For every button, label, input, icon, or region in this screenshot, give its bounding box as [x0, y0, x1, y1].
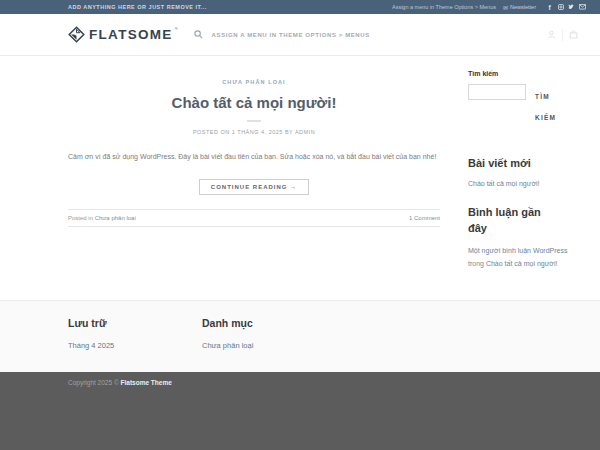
newsletter-link[interactable]: ✉ Newsletter [503, 4, 536, 11]
twitter-icon[interactable] [568, 4, 575, 11]
post-article: CHƯA PHÂN LOẠI Chào tất cả mọi người! PO… [68, 70, 440, 227]
posted-in-label: Posted in [68, 215, 95, 221]
archives-title: Lưu trữ [68, 317, 202, 329]
category-link[interactable]: Chưa phân loại [202, 341, 336, 350]
topbar-right: Assign a menu in Theme Options > Menus ✉… [392, 4, 586, 11]
recent-posts-title: Bài viết mới [468, 156, 572, 172]
search-icon[interactable] [194, 30, 203, 39]
copyright-brand: Flatsome Theme [121, 379, 172, 386]
title-divider [247, 120, 261, 122]
instagram-icon[interactable] [557, 4, 564, 11]
topbar: ADD ANYTHING HERE OR JUST REMOVE IT... A… [0, 0, 600, 14]
posted-in: Posted in Chưa phân loại [68, 215, 136, 221]
header-divider [562, 29, 563, 41]
categories-title: Danh mục [202, 317, 336, 329]
absolute-footer: Copyright 2025 © Flatsome Theme [0, 372, 600, 450]
facebook-icon[interactable]: f [546, 4, 553, 11]
cart-icon[interactable] [569, 30, 578, 39]
blog-column: CHƯA PHÂN LOẠI Chào tất cả mọi người! PO… [68, 70, 440, 300]
site-header: FLATSOME ® ASSIGN A MENU IN THEME OPTION… [0, 14, 600, 56]
categories-widget: Danh mục Chưa phân loại [202, 317, 336, 372]
continue-reading-button[interactable]: CONTINUE READING → [199, 179, 309, 195]
header-menu-placeholder[interactable]: ASSIGN A MENU IN THEME OPTIONS > MENUS [212, 32, 370, 38]
copyright-prefix: Copyright 2025 © [68, 379, 121, 386]
recent-comments-title: Bình luận gần đây [468, 205, 556, 237]
recent-posts-widget: Bài viết mới Chào tất cả mọi người! [468, 156, 572, 187]
post-excerpt: Cảm ơn vì đã sử dụng WordPress. Đây là b… [68, 151, 440, 163]
site-logo[interactable]: FLATSOME ® [68, 26, 178, 43]
topbar-message: ADD ANYTHING HERE OR JUST REMOVE IT... [68, 4, 207, 10]
comment-author-link[interactable]: Một người bình luận WordPress [468, 247, 567, 254]
post-title: Chào tất cả mọi người! [68, 94, 440, 111]
newsletter-label: Newsletter [510, 4, 536, 10]
archive-link[interactable]: Tháng 4 2025 [68, 341, 202, 350]
recent-comments-widget: Bình luận gần đây Một người bình luận Wo… [468, 205, 572, 271]
topbar-menu-link[interactable]: Assign a menu in Theme Options > Menus [392, 4, 496, 10]
search-input[interactable] [468, 84, 526, 100]
comment-post-link[interactable]: Chào tất cả mọi người! [486, 260, 558, 267]
comments-link[interactable]: 1 Comment [409, 215, 440, 221]
search-widget-title: Tìm kiếm [468, 70, 572, 77]
account-icon[interactable] [547, 30, 556, 39]
logo-text: FLATSOME [89, 26, 173, 43]
footer-widgets: Lưu trữ Tháng 4 2025 Danh mục Chưa phân … [0, 300, 600, 372]
recent-post-link[interactable]: Chào tất cả mọi người! [468, 180, 572, 187]
header-right-icons [547, 29, 578, 41]
social-icons: f [546, 4, 586, 11]
email-icon[interactable] [579, 4, 586, 11]
flatsome-logo-icon [68, 26, 85, 43]
sidebar: Tìm kiếm TÌM KIẾM Bài viết mới Chào tất … [468, 70, 572, 300]
comment-on-word: trong [468, 260, 486, 267]
post-footer-meta: Posted in Chưa phân loại 1 Comment [68, 209, 440, 227]
post-category-link[interactable]: CHƯA PHÂN LOẠI [222, 79, 285, 85]
archives-widget: Lưu trữ Tháng 4 2025 [68, 317, 202, 372]
page-content: CHƯA PHÂN LOẠI Chào tất cả mọi người! PO… [0, 56, 600, 300]
registered-mark: ® [175, 26, 178, 31]
envelope-icon: ✉ [503, 4, 508, 11]
search-submit-button[interactable]: TÌM KIẾM [526, 86, 562, 128]
search-widget: Tìm kiếm TÌM KIẾM [468, 70, 572, 128]
recent-comment-item: Một người bình luận WordPress trong Chào… [468, 245, 572, 271]
post-meta: POSTED ON 1 THÁNG 4, 2025 BY ADMIN [68, 129, 440, 135]
posted-in-category-link[interactable]: Chưa phân loại [95, 215, 136, 221]
copyright-text: Copyright 2025 © Flatsome Theme [68, 379, 572, 386]
